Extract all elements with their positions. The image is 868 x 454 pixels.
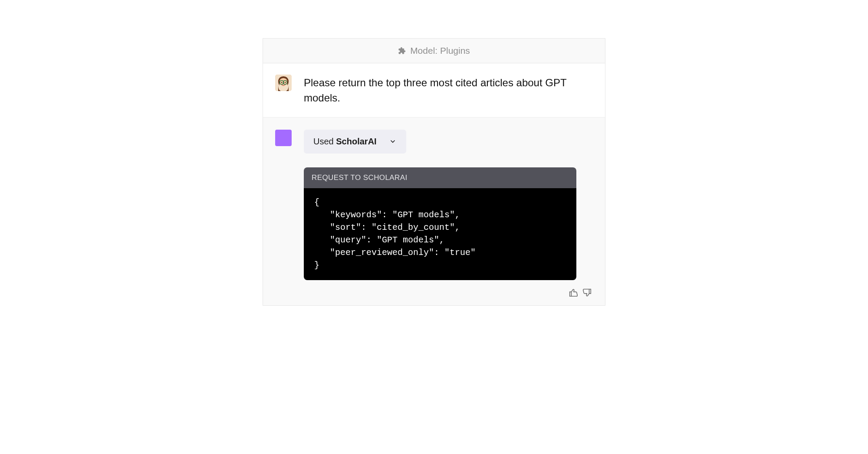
assistant-message-row: Used ScholarAI REQUEST TO SCHOLARAI { "k… (263, 118, 605, 305)
user-message-text: Please return the top three most cited a… (304, 75, 593, 106)
plugin-used-chip[interactable]: Used ScholarAI (304, 130, 406, 154)
thumbs-down-icon[interactable] (582, 288, 592, 297)
code-block-header: REQUEST TO SCHOLARAI (304, 167, 576, 188)
thumbs-up-icon[interactable] (569, 288, 578, 297)
code-block: REQUEST TO SCHOLARAI { "keywords": "GPT … (304, 167, 576, 280)
user-message-row: Please return the top three most cited a… (263, 63, 605, 118)
svg-point-5 (281, 82, 283, 83)
puzzle-icon (398, 47, 406, 55)
code-block-body: { "keywords": "GPT models", "sort": "cit… (304, 188, 576, 280)
chevron-down-icon (389, 137, 397, 145)
model-bar: Model: Plugins (263, 39, 605, 63)
feedback-controls (275, 288, 593, 297)
plugin-name: ScholarAI (336, 137, 376, 146)
chat-panel: Model: Plugins Please return the top thr… (263, 38, 605, 306)
svg-point-6 (285, 82, 286, 83)
model-label: Model: Plugins (410, 46, 470, 56)
plugin-used-label: Used (313, 137, 334, 146)
assistant-avatar (275, 130, 292, 146)
user-avatar (275, 75, 292, 91)
